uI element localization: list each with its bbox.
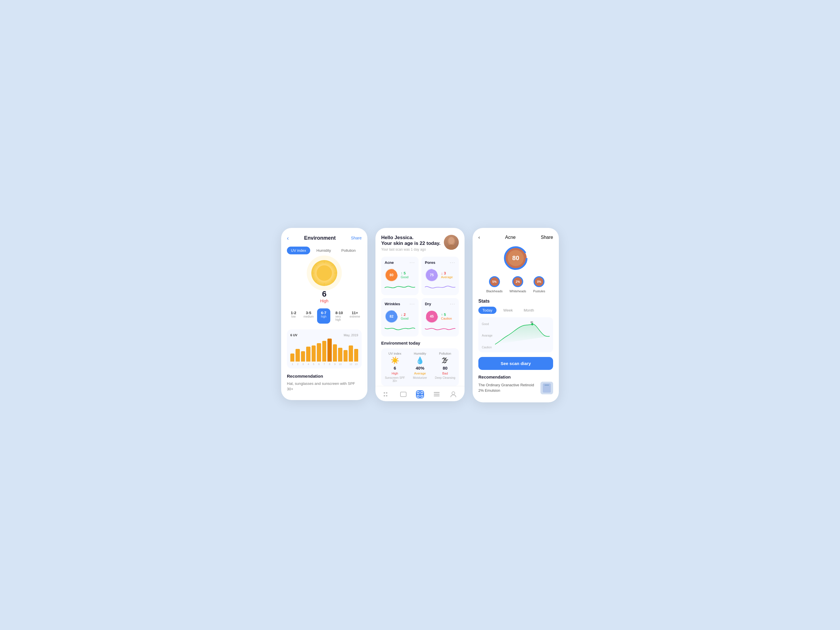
env-uv-value: 6 [393,366,396,371]
svg-rect-25 [421,392,423,393]
acne-main-ring: 80 [503,245,529,271]
tab-uv-index[interactable]: UV index [287,246,310,254]
bar-label-10: 10 [338,363,342,366]
scale-very-high-label: very high [335,315,343,321]
metric-menu[interactable]: ··· [410,260,415,265]
metrics-grid: Acne ··· 80 ↑ 5 Good Pores ··· [381,257,459,336]
metric-change-value: ↑ 5 [441,313,452,317]
nav-dots[interactable] [383,390,391,398]
svg-rect-23 [401,392,406,396]
env-share-button[interactable]: Share [351,236,362,240]
env-pollution-status: Bad [442,372,448,375]
uv-status: High [320,298,328,303]
metric-wave [385,326,415,332]
env-pollution-icon: 🌫 [442,356,448,365]
env-header: ‹ Environment Share [287,235,362,242]
acne-score-section: 80 5% Blackheads [478,245,553,293]
metric-wave [385,284,415,291]
metric-status: Average [441,275,453,279]
bar-label-8: 8 [327,363,332,366]
metric-header: Wrinkles ··· [385,302,415,307]
metric-menu[interactable]: ··· [410,302,415,307]
sub-ring-pustules: 0% Pustules [533,276,545,293]
environment-screen: ‹ Environment Share UV index Humidity Po… [281,228,367,400]
see-scan-diary-button[interactable]: See scan diary [478,357,553,370]
pustules-ring: 0% [533,276,545,288]
pustules-value: 0% [537,280,541,283]
nav-scan[interactable] [416,390,424,398]
nav-list[interactable] [433,390,441,398]
svg-rect-27 [421,395,423,397]
bar-labels: 123456789101213 [291,363,358,366]
svg-rect-26 [417,395,419,397]
acne-share-button[interactable]: Share [541,235,553,240]
svg-rect-28 [434,392,439,393]
env-back-button[interactable]: ‹ [287,235,289,242]
metric-header: Pores ··· [425,260,455,265]
chart-month: May, 2019 [344,333,358,337]
bar-11 [344,350,347,362]
stats-tab-week[interactable]: Week [499,307,517,314]
metric-change: ↓ 3 Average [441,271,453,279]
acne-title: Acne [505,235,515,240]
metric-title: Acne [385,261,394,265]
bar-chart [291,339,358,362]
bar-label-1: 1 [291,363,294,366]
bar-label-3: 3 [301,363,305,366]
bar-10 [338,348,342,362]
bar-3 [301,351,305,362]
metric-wave [425,284,455,291]
metric-title: Dry [425,302,431,306]
scale-extreme[interactable]: 11+ extreme [348,308,362,324]
metric-ring: 82 [385,309,398,323]
bar-label-5: 5 [312,363,316,366]
metric-card-wrinkles: Wrinkles ··· 82 ↓ 2 Good [381,298,418,336]
scale-low[interactable]: 1-2 low [287,308,300,324]
svg-rect-29 [434,394,439,395]
blackheads-value: 5% [493,280,496,283]
metric-header: Dry ··· [425,302,455,307]
bar-label-13: 13 [354,363,358,366]
scale-very-high-range: 8-10 [335,311,343,315]
svg-rect-24 [417,392,419,393]
metric-change-value: ↓ 2 [401,313,409,317]
scale-medium-range: 3-5 [306,311,311,315]
scale-high[interactable]: 6-7 high [317,308,330,324]
whiteheads-value: 2% [516,280,520,283]
nav-card[interactable] [399,390,407,398]
svg-point-21 [384,395,385,396]
uv-scale: 1-2 low 3-5 medium 6-7 high 8-10 very hi… [287,308,362,324]
metric-card-dry: Dry ··· 45 ↑ 5 Caution [422,298,459,336]
svg-text:80: 80 [531,321,533,324]
bar-5 [312,346,316,362]
metric-change: ↑ 5 Caution [441,313,452,320]
dash-scan-info: Your last scan was 1 day ago [381,248,441,251]
nav-profile[interactable] [449,390,457,398]
tab-humidity[interactable]: Humidity [313,246,335,254]
pustules-label: Pustules [533,289,545,293]
acne-rec-row: The Ordinary Granactive Retinoid 2% Emul… [478,382,553,394]
acne-rec-text: The Ordinary Granactive Retinoid 2% Emul… [478,382,537,393]
metric-change: ↓ 2 Good [401,313,409,320]
tab-pollution[interactable]: Pollution [337,246,360,254]
env-pollution-sub: Deep Cleansing [435,376,455,379]
acne-header: ‹ Acne Share [478,235,553,240]
metric-change-value: ↓ 3 [441,271,453,275]
stats-tab-month[interactable]: Month [520,307,538,314]
y-label-good: Good [482,322,493,326]
acne-back-button[interactable]: ‹ [478,235,480,240]
scale-medium[interactable]: 3-5 medium [302,308,315,324]
metric-menu[interactable]: ··· [450,260,455,265]
svg-line-6 [332,264,333,265]
env-humidity-icon: 💧 [416,356,424,365]
chart-header: 6 UV May, 2019 [291,333,358,337]
env-title: Environment [304,235,336,241]
acne-recommendation: Recomendation The Ordinary Granactive Re… [478,374,553,394]
stats-tab-today[interactable]: Today [478,307,496,314]
recommendation-section: Recommendation Hat, sunglasses and sunsc… [287,374,362,392]
scale-very-high[interactable]: 8-10 very high [332,308,346,324]
svg-point-31 [452,392,455,395]
metric-menu[interactable]: ··· [450,302,455,307]
sun-icon [311,260,337,286]
env-uv-label: UV index [388,352,401,355]
